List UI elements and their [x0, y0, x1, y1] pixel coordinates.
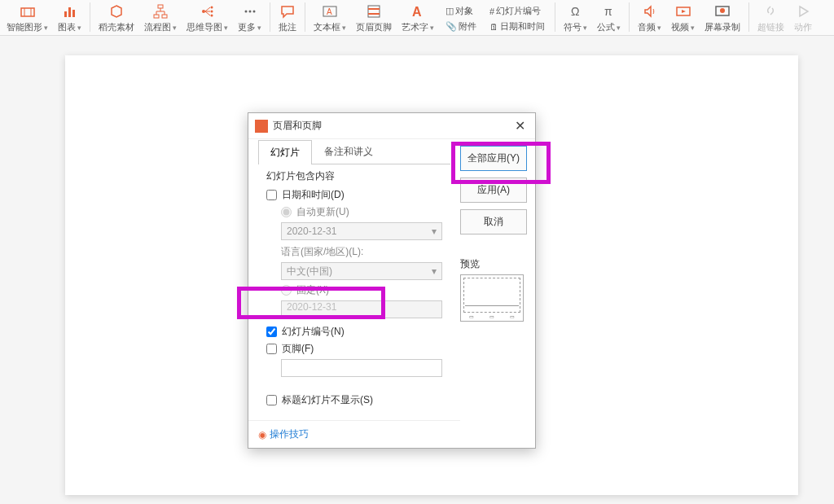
ribbon-object-group: ◫对象 📎附件: [439, 2, 483, 35]
separator: [90, 2, 90, 32]
separator: [270, 2, 270, 32]
svg-rect-25: [368, 6, 380, 17]
fixed-radio-row: 固定(X): [281, 283, 450, 297]
ribbon-symbol[interactable]: Ω 符号: [559, 2, 592, 35]
ribbon-action: 动作: [789, 2, 817, 35]
apply-all-button[interactable]: 全部应用(Y): [460, 146, 527, 171]
dialog-tabs: 幻灯片 备注和讲义: [258, 139, 450, 164]
preview-label: 预览: [460, 257, 527, 271]
close-button[interactable]: ✕: [511, 118, 529, 134]
slide-number-checkbox[interactable]: [266, 327, 277, 337]
wordart-icon: A: [410, 3, 426, 20]
footer-checkbox-row[interactable]: 页脚(F): [266, 342, 450, 356]
header-footer-dialog: 页眉和页脚 ✕ 幻灯片 备注和讲义 幻灯片包含内容 日期和时间(D) 自动更新(…: [248, 112, 536, 449]
ribbon-header-footer[interactable]: 页眉页脚: [351, 2, 397, 35]
separator: [629, 2, 630, 32]
ribbon-docer[interactable]: 稻壳素材: [94, 2, 139, 35]
auto-update-label: 自动更新(U): [296, 205, 349, 219]
datetime-label: 日期和时间(D): [282, 188, 345, 202]
chevron-down-icon: ▾: [432, 265, 437, 277]
separator: [748, 2, 749, 32]
ribbon-screen-record[interactable]: 屏幕录制: [700, 2, 745, 35]
svg-line-17: [205, 7, 210, 11]
datetime-checkbox-row[interactable]: 日期和时间(D): [266, 188, 450, 202]
mindmap-icon: [200, 3, 216, 20]
datetime-checkbox[interactable]: [266, 190, 277, 200]
ribbon-wordart[interactable]: A 艺术字: [397, 2, 439, 35]
hyperlink-icon: [763, 3, 779, 20]
tips-icon: ◉: [258, 429, 266, 440]
svg-rect-3: [64, 11, 67, 17]
ribbon-toolbar: 智能图形 图表 稻壳素材 流程图 思维导图 更多 批注 A 文本框 页眉页脚 A…: [0, 0, 834, 36]
header-footer-icon: [366, 3, 382, 20]
svg-point-15: [210, 11, 213, 13]
svg-rect-8: [162, 15, 167, 18]
svg-point-21: [248, 11, 251, 13]
ribbon-comment[interactable]: 批注: [274, 2, 301, 35]
action-icon: [795, 3, 811, 20]
ribbon-smart-graphics[interactable]: 智能图形: [2, 2, 53, 35]
ribbon-slide-number[interactable]: #幻灯片编号: [486, 4, 548, 18]
tips-link[interactable]: 操作技巧: [270, 427, 309, 441]
docer-icon: [108, 3, 125, 20]
cancel-button[interactable]: 取消: [460, 209, 527, 234]
equation-icon: π: [601, 3, 617, 20]
record-icon: [714, 3, 731, 20]
lang-label: 语言(国家/地区)(L):: [281, 245, 450, 259]
more-icon: [242, 3, 258, 20]
footer-text-input[interactable]: [281, 359, 442, 377]
ribbon-hyperlink: 超链接: [753, 2, 789, 35]
title-not-show-checkbox[interactable]: [266, 395, 277, 405]
footer-label: 页脚(F): [282, 342, 314, 356]
svg-line-19: [205, 11, 210, 15]
slide-number-label: 幻灯片编号(N): [282, 325, 345, 339]
footer-checkbox[interactable]: [266, 344, 277, 354]
symbol-icon: Ω: [568, 3, 584, 20]
section-label: 幻灯片包含内容: [266, 169, 450, 183]
ribbon-video[interactable]: 视频: [666, 2, 700, 35]
ribbon-attachment[interactable]: 📎附件: [442, 20, 480, 33]
ribbon-more[interactable]: 更多: [233, 2, 266, 35]
slide-number-checkbox-row[interactable]: 幻灯片编号(N): [266, 325, 450, 339]
svg-rect-6: [158, 5, 163, 8]
tab-slide[interactable]: 幻灯片: [258, 140, 312, 164]
title-not-show-label: 标题幻灯片不显示(S): [282, 393, 373, 407]
comment-icon: [279, 3, 296, 20]
flowchart-icon: [152, 3, 169, 20]
video-icon: [675, 3, 691, 20]
svg-rect-7: [154, 15, 159, 18]
svg-text:A: A: [327, 7, 332, 16]
ribbon-audio[interactable]: 音频: [633, 2, 666, 35]
fixed-radio: [281, 285, 292, 296]
dialog-header: 页眉和页脚 ✕: [248, 113, 535, 139]
separator: [305, 2, 305, 32]
ribbon-flowchart[interactable]: 流程图: [139, 2, 182, 35]
apply-button[interactable]: 应用(A): [460, 177, 527, 203]
ribbon-textbox[interactable]: A 文本框: [309, 2, 351, 35]
app-icon: [255, 120, 268, 133]
ribbon-slideno-group: #幻灯片编号 🗓日期和时间: [483, 2, 551, 35]
chart-icon: [62, 3, 78, 20]
ribbon-mindmap[interactable]: 思维导图: [182, 2, 233, 35]
separator: [555, 2, 555, 32]
ribbon-equation[interactable]: π 公式: [592, 2, 626, 35]
tab-notes[interactable]: 备注和讲义: [312, 139, 385, 164]
svg-rect-0: [21, 8, 34, 16]
ribbon-datetime[interactable]: 🗓日期和时间: [486, 20, 548, 33]
svg-point-20: [244, 11, 247, 13]
svg-rect-5: [72, 10, 75, 17]
svg-point-14: [210, 7, 213, 9]
auto-update-radio: [281, 207, 292, 217]
audio-icon: [642, 3, 658, 20]
auto-update-radio-row: 自动更新(U): [281, 205, 450, 219]
preview-box: 预览 ▭▭▭: [460, 257, 527, 322]
object-icon: ◫: [446, 6, 454, 16]
datetime-icon: 🗓: [489, 22, 498, 32]
attachment-icon: 📎: [446, 21, 457, 32]
title-not-show-row[interactable]: 标题幻灯片不显示(S): [266, 393, 450, 407]
slideno-icon: #: [489, 7, 494, 16]
textbox-icon: A: [322, 3, 338, 20]
svg-text:A: A: [412, 5, 422, 19]
ribbon-object[interactable]: ◫对象: [442, 4, 480, 18]
ribbon-chart[interactable]: 图表: [53, 2, 86, 35]
